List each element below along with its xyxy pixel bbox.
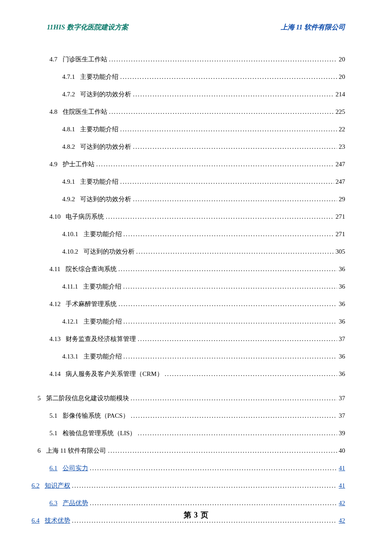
toc-title: 可达到的功效分析 (84, 247, 135, 256)
toc-number: 4.7 (49, 55, 63, 64)
toc-entry: 4.8.2可达到的功效分析23 (62, 142, 345, 151)
toc-entry[interactable]: 6.1公司实力41 (49, 464, 345, 473)
toc-spacer (47, 387, 345, 394)
toc-number: 4.13.1 (62, 352, 84, 361)
toc-title: 可达到的功效分析 (80, 195, 131, 204)
toc-number: 4.11.1 (62, 282, 83, 291)
toc-number: 5.1 (49, 411, 63, 420)
toc-leader (70, 481, 337, 490)
toc-title: 知识产权 (45, 481, 70, 490)
toc-title: 可达到的功效分析 (80, 142, 131, 151)
toc-page: 37 (337, 394, 345, 403)
toc-entry: 4.7.1主要功能介绍20 (62, 72, 345, 81)
toc-page: 29 (337, 195, 345, 204)
toc-leader (129, 411, 337, 420)
toc-leader (95, 160, 334, 169)
toc-number: 5.1 (49, 429, 63, 438)
toc-title: 影像传输系统（PACS） (63, 411, 129, 420)
page: 11HIS 数字化医院建设方案 上海 11 软件有限公司 4.7门诊医生工作站2… (0, 0, 392, 551)
toc-leader (163, 370, 337, 379)
table-of-contents: 4.7门诊医生工作站204.7.1主要功能介绍204.7.2可达到的功效分析21… (47, 55, 345, 525)
toc-number: 4.12 (49, 300, 66, 309)
toc-page: 36 (337, 265, 345, 274)
toc-entry[interactable]: 6.3产品优势42 (49, 499, 345, 508)
page-footer: 第 3 页 (0, 510, 392, 520)
toc-leader (107, 107, 334, 116)
toc-number: 6.1 (49, 464, 63, 473)
toc-page: 37 (337, 411, 345, 420)
toc-leader (131, 90, 334, 99)
toc-leader (121, 282, 337, 291)
toc-leader (88, 464, 337, 473)
toc-title: 电子病历系统 (66, 212, 104, 221)
toc-entry: 4.14病人服务及客户关系管理（CRM）36 (49, 370, 345, 379)
toc-page: 20 (337, 55, 345, 64)
toc-title: 主要功能介绍 (80, 72, 118, 81)
toc-leader (135, 247, 334, 256)
toc-page: 37 (337, 335, 345, 344)
toc-page: 214 (334, 90, 346, 99)
toc-number: 6 (37, 446, 46, 455)
toc-entry: 5.1检验信息管理系统（LIS）39 (49, 429, 345, 438)
toc-leader (88, 499, 337, 508)
toc-entry: 4.9.2可达到的功效分析29 (62, 195, 345, 204)
toc-leader (117, 265, 337, 274)
toc-title: 住院医生工作站 (63, 107, 107, 116)
toc-entry: 4.12手术麻醉管理系统36 (49, 300, 345, 309)
toc-entry: 6上海 11 软件有限公司40 (37, 446, 345, 455)
toc-title: 主要功能介绍 (84, 352, 122, 361)
toc-title: 第二阶段信息化建设功能模块 (46, 394, 129, 403)
toc-number: 4.10.2 (62, 247, 84, 256)
toc-entry: 4.12.1主要功能介绍36 (62, 317, 345, 326)
toc-title: 主要功能介绍 (80, 177, 118, 186)
toc-title: 主要功能介绍 (80, 125, 118, 134)
toc-page: 36 (337, 300, 345, 309)
toc-page: 36 (337, 352, 345, 361)
toc-leader (106, 446, 337, 455)
toc-title: 上海 11 软件有限公司 (46, 446, 107, 455)
toc-title: 门诊医生工作站 (63, 55, 107, 64)
toc-number: 6.3 (49, 499, 63, 508)
toc-title: 病人服务及客户关系管理（CRM） (66, 370, 163, 379)
toc-number: 4.12.1 (62, 317, 84, 326)
toc-number: 4.7.2 (62, 90, 80, 99)
toc-number: 5 (37, 394, 46, 403)
toc-leader (118, 177, 334, 186)
toc-entry[interactable]: 6.2知识产权41 (32, 481, 345, 490)
toc-entry: 4.13财务监查及经济核算管理37 (49, 335, 345, 344)
toc-title: 护士工作站 (63, 160, 95, 169)
toc-entry: 4.10电子病历系统271 (49, 212, 345, 221)
toc-page: 305 (334, 247, 346, 256)
toc-number: 4.14 (49, 370, 66, 379)
toc-page: 271 (334, 230, 346, 239)
toc-leader (131, 195, 337, 204)
toc-entry: 4.8住院医生工作站225 (49, 107, 345, 116)
toc-number: 4.8 (49, 107, 63, 116)
toc-number: 4.9.2 (62, 195, 80, 204)
toc-title: 院长综合查询系统 (66, 265, 117, 274)
toc-number: 4.13 (49, 335, 66, 344)
toc-title: 检验信息管理系统（LIS） (63, 429, 136, 438)
toc-number: 6.2 (32, 481, 45, 490)
toc-page: 40 (337, 446, 345, 455)
toc-title: 财务监查及经济核算管理 (66, 335, 136, 344)
toc-leader (131, 142, 337, 151)
toc-entry: 4.13.1主要功能介绍36 (62, 352, 345, 361)
toc-page: 41 (337, 464, 345, 473)
toc-entry: 5.1影像传输系统（PACS）37 (49, 411, 345, 420)
header-right: 上海 11 软件有限公司 (281, 23, 345, 32)
toc-leader (122, 230, 334, 239)
toc-title: 产品优势 (63, 499, 88, 508)
toc-number: 4.10 (49, 212, 66, 221)
toc-page: 42 (337, 499, 345, 508)
toc-page: 20 (337, 72, 345, 81)
toc-number: 4.9.1 (62, 177, 80, 186)
toc-leader (136, 429, 337, 438)
toc-title: 主要功能介绍 (84, 230, 122, 239)
toc-page: 271 (334, 212, 346, 221)
toc-entry: 4.11院长综合查询系统36 (49, 265, 345, 274)
toc-number: 4.10.1 (62, 230, 84, 239)
toc-page: 247 (334, 177, 346, 186)
toc-entry: 4.7.2可达到的功效分析214 (62, 90, 345, 99)
toc-entry: 4.7门诊医生工作站20 (49, 55, 345, 64)
